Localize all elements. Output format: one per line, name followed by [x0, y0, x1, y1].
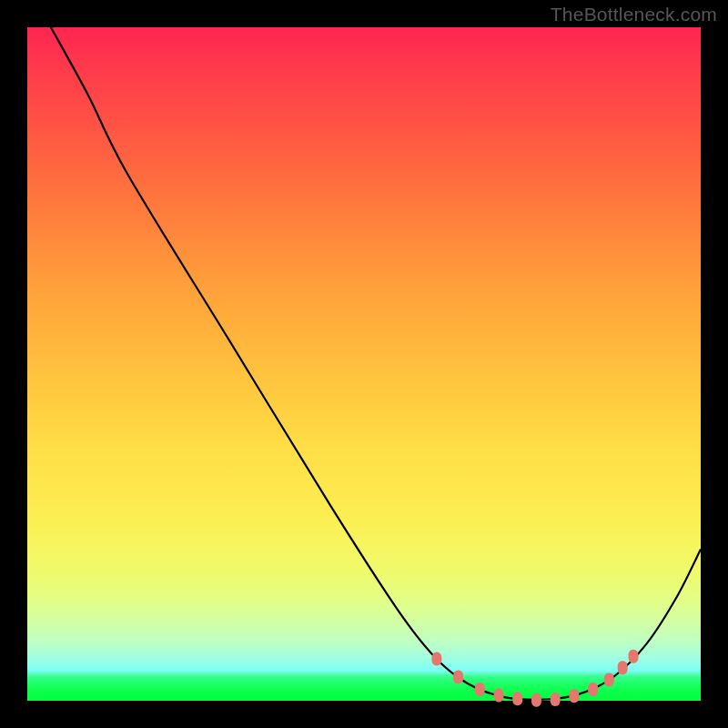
chart-svg	[27, 27, 701, 701]
highlight-dot	[475, 682, 485, 696]
highlight-dot	[512, 692, 522, 705]
highlight-dot	[604, 673, 614, 687]
highlight-dot	[629, 650, 639, 663]
highlight-dot	[618, 661, 628, 674]
highlight-dot	[531, 693, 541, 707]
highlight-dot	[551, 693, 561, 706]
highlight-dot	[588, 682, 598, 696]
watermark-text: TheBottleneck.com	[551, 4, 717, 25]
highlight-dot	[494, 689, 504, 703]
highlight-dots-group	[431, 650, 638, 707]
highlight-dot	[569, 689, 579, 703]
highlight-dot	[453, 671, 463, 684]
chart-plot-area	[27, 27, 701, 701]
highlight-dot	[431, 652, 441, 666]
bottleneck-curve-path	[51, 27, 701, 700]
